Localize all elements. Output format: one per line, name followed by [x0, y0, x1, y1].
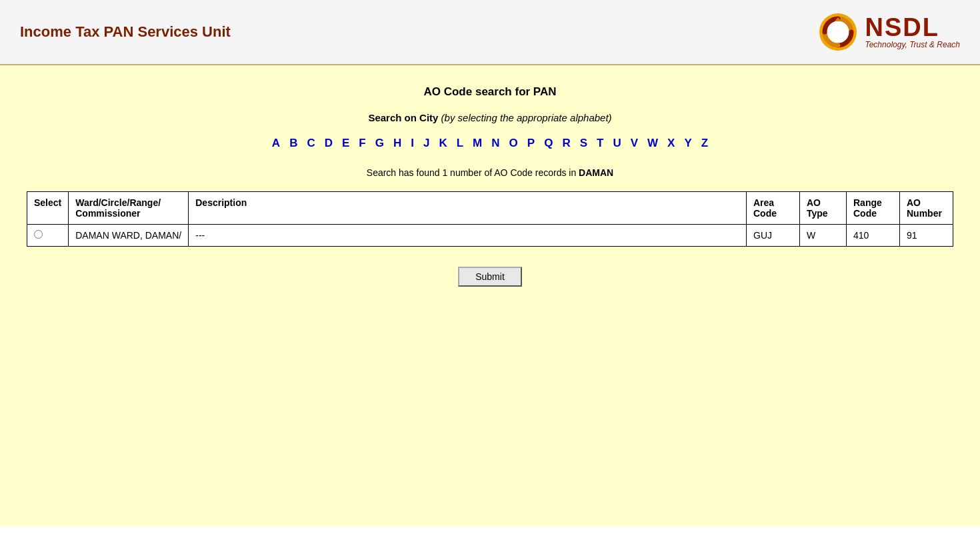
- cell-area-code: GUJ: [747, 225, 800, 247]
- cell-select: [27, 225, 69, 247]
- alpha-N[interactable]: N: [489, 135, 502, 151]
- cell-description: ---: [189, 225, 747, 247]
- table-header-row: Select Ward/Circle/Range/Commissioner De…: [27, 192, 953, 225]
- alpha-Y[interactable]: Y: [681, 135, 694, 151]
- alpha-A[interactable]: A: [269, 135, 283, 151]
- alpha-W[interactable]: W: [645, 135, 661, 151]
- col-header-description: Description: [189, 192, 747, 225]
- cell-ao-number: 91: [900, 225, 953, 247]
- col-header-ao-type: AOType: [800, 192, 847, 225]
- nsdl-brand-name: NSDL: [865, 15, 960, 40]
- alpha-C[interactable]: C: [304, 135, 317, 151]
- alpha-I[interactable]: I: [408, 135, 417, 151]
- nsdl-text-area: NSDL Technology, Trust & Reach: [865, 15, 960, 49]
- alpha-P[interactable]: P: [525, 135, 537, 151]
- alpha-H[interactable]: H: [391, 135, 404, 151]
- alpha-O[interactable]: O: [507, 135, 521, 151]
- result-count-text: Search has found 1 number of AO Code rec…: [367, 167, 576, 178]
- select-radio[interactable]: [34, 230, 43, 239]
- search-city-label-bold: Search on City: [368, 112, 438, 123]
- col-header-select: Select: [27, 192, 69, 225]
- alpha-U[interactable]: U: [610, 135, 623, 151]
- search-city-label-italic: (by selecting the appropriate alphabet): [441, 112, 612, 123]
- alpha-V[interactable]: V: [628, 135, 641, 151]
- alpha-F[interactable]: F: [356, 135, 368, 151]
- alpha-L[interactable]: L: [454, 135, 466, 151]
- alpha-K[interactable]: K: [436, 135, 449, 151]
- page-title: Income Tax PAN Services Unit: [20, 23, 231, 41]
- nsdl-tagline: Technology, Trust & Reach: [865, 40, 960, 49]
- alpha-J[interactable]: J: [421, 135, 432, 151]
- alpha-R[interactable]: R: [559, 135, 573, 151]
- logo-area: NSDL Technology, Trust & Reach: [818, 12, 960, 52]
- alpha-T[interactable]: T: [594, 135, 606, 151]
- alpha-E[interactable]: E: [339, 135, 352, 151]
- alpha-B[interactable]: B: [287, 135, 300, 151]
- cell-ward: DAMAN WARD, DAMAN/: [69, 225, 189, 247]
- col-header-area-code: AreaCode: [747, 192, 800, 225]
- alpha-G[interactable]: G: [373, 135, 387, 151]
- col-header-ao-number: AONumber: [900, 192, 953, 225]
- ao-code-table: Select Ward/Circle/Range/Commissioner De…: [27, 191, 953, 247]
- search-result-text: Search has found 1 number of AO Code rec…: [27, 167, 953, 178]
- alpha-Z[interactable]: Z: [699, 135, 711, 151]
- table-row: DAMAN WARD, DAMAN/ --- GUJ W 410 91: [27, 225, 953, 247]
- col-header-ward: Ward/Circle/Range/Commissioner: [69, 192, 189, 225]
- result-city-name: DAMAN: [579, 167, 613, 178]
- ao-code-page-title: AO Code search for PAN: [27, 85, 953, 99]
- cell-range-code: 410: [847, 225, 900, 247]
- search-city-label: Search on City (by selecting the appropr…: [27, 112, 953, 123]
- submit-area: Submit: [27, 267, 953, 287]
- alpha-M[interactable]: M: [470, 135, 485, 151]
- alpha-D[interactable]: D: [322, 135, 335, 151]
- cell-ao-type: W: [800, 225, 847, 247]
- alpha-S[interactable]: S: [577, 135, 590, 151]
- alpha-Q[interactable]: Q: [541, 135, 555, 151]
- nsdl-logo-icon: [818, 12, 858, 52]
- page-header: Income Tax PAN Services Unit NSDL Techno…: [0, 0, 980, 65]
- main-content: AO Code search for PAN Search on City (b…: [0, 65, 980, 526]
- alphabet-navigation: A B C D E F G H I J K L M N O P Q R S T …: [27, 135, 953, 151]
- col-header-range-code: RangeCode: [847, 192, 900, 225]
- alpha-X[interactable]: X: [665, 135, 677, 151]
- submit-button[interactable]: Submit: [458, 267, 522, 287]
